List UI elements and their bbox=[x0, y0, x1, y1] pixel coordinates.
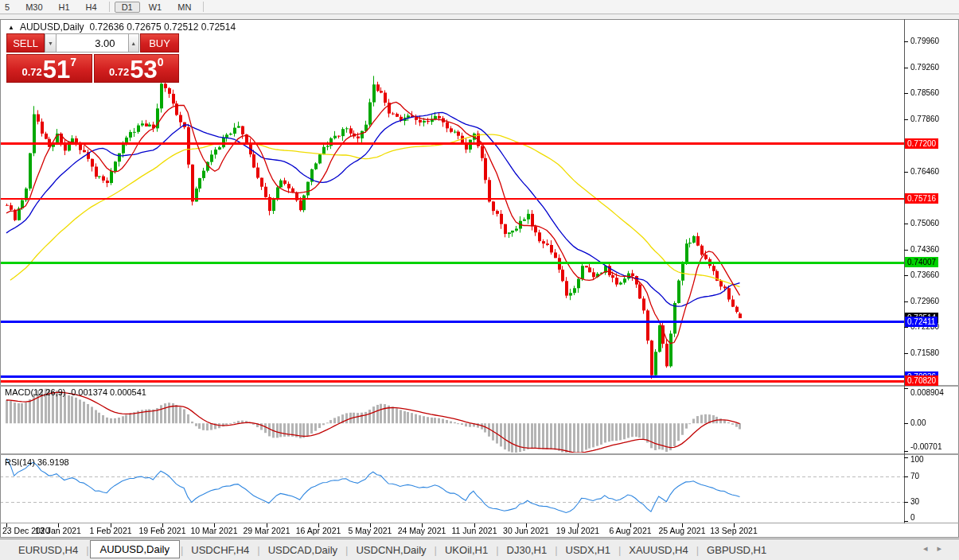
toolbar-period-h4[interactable]: H4 bbox=[79, 2, 104, 13]
toolbar-period-5[interactable]: 5 bbox=[0, 2, 17, 13]
chart-canvas[interactable] bbox=[0, 0, 959, 560]
price-axis-tick: 0.73660 bbox=[910, 270, 939, 279]
date-axis-label: 25 Aug 2021 bbox=[659, 526, 706, 535]
chart-tab-usdx-h1[interactable]: USDX,H1 bbox=[559, 542, 618, 558]
toolbar-period-w1[interactable]: W1 bbox=[142, 2, 170, 13]
buy-button[interactable]: BUY bbox=[140, 33, 179, 52]
buy-price-prefix: 0.72 bbox=[109, 66, 129, 78]
price-axis-tick: 0.74360 bbox=[910, 245, 939, 254]
buy-price-sup: 0 bbox=[158, 56, 164, 68]
sell-button[interactable]: SELL bbox=[6, 33, 45, 52]
chart-tabs-bar: EURUSD,H4|AUDUSD,Daily|USDCHF,H4|USDCAD,… bbox=[0, 539, 959, 560]
price-axis-tick: 0.76460 bbox=[910, 167, 939, 176]
price-axis-tick: 0.72960 bbox=[910, 297, 939, 305]
volume-increase-button[interactable]: ▲ bbox=[128, 33, 139, 52]
rsi-axis-tick: 70 bbox=[910, 472, 919, 480]
level-price-badge: 0.74007 bbox=[905, 257, 938, 267]
level-price-badge: 0.72411 bbox=[905, 317, 938, 327]
tab-separator: | bbox=[86, 544, 88, 556]
date-axis-label: 11 Jun 2021 bbox=[451, 526, 497, 535]
chart-tab-usdchf-h4[interactable]: USDCHF,H4 bbox=[184, 542, 256, 558]
date-axis-label: 29 Mar 2021 bbox=[244, 526, 290, 535]
collapse-icon[interactable]: ▲ bbox=[8, 24, 14, 31]
toolbar-period-h1[interactable]: H1 bbox=[52, 2, 77, 13]
macd-axis-tick: 0.008904 bbox=[910, 388, 944, 397]
chart-tab-xauusd-h4[interactable]: XAUUSD,H4 bbox=[622, 542, 695, 558]
trading-terminal: 5M30H1H4D1W1MN ▲ AUDUSD,Daily 0.72636 0.… bbox=[0, 0, 959, 560]
price-axis-tick: 0.75060 bbox=[910, 219, 939, 228]
chart-tab-gbpusd-h1[interactable]: GBPUSD,H1 bbox=[700, 542, 774, 558]
date-axis-label: 24 May 2021 bbox=[398, 526, 446, 535]
chart-symbol-label: AUDUSD,Daily bbox=[20, 21, 84, 33]
tab-scroll-arrows[interactable]: ◂▸ bbox=[923, 543, 951, 554]
date-axis-label: 19 Jul 2021 bbox=[556, 526, 599, 535]
macd-axis-tick: -0.00701 bbox=[910, 442, 941, 451]
tab-separator: | bbox=[555, 544, 557, 556]
toolbar-period-m30[interactable]: M30 bbox=[18, 2, 49, 13]
date-axis-label: 5 May 2021 bbox=[349, 526, 392, 535]
date-axis-label: 30 Jun 2021 bbox=[503, 526, 549, 535]
date-axis-label: 6 Aug 2021 bbox=[609, 526, 651, 535]
price-axis-tick: 0.79960 bbox=[910, 37, 939, 45]
period-toolbar: 5M30H1H4D1W1MN bbox=[0, 0, 959, 14]
tab-separator: | bbox=[696, 544, 699, 556]
price-axis-tick: 0.77860 bbox=[910, 115, 939, 123]
tab-separator: | bbox=[435, 544, 437, 556]
chart-title: ▲ AUDUSD,Daily 0.72636 0.72675 0.72512 0… bbox=[8, 21, 236, 33]
chart-tab-usdcnh-daily[interactable]: USDCNH,Daily bbox=[349, 542, 433, 558]
toolbar-separator bbox=[203, 2, 204, 12]
one-click-trading-panel: SELL ▼ ▲ BUY 0.72 51 7 0.72 53 0 bbox=[6, 33, 179, 83]
level-price-badge: 0.70820 bbox=[905, 375, 938, 386]
buy-price-box[interactable]: 0.72 53 0 bbox=[94, 54, 180, 83]
rsi-axis-tick: 30 bbox=[910, 497, 919, 506]
price-axis-tick: 0.71580 bbox=[910, 348, 939, 357]
chart-tab-audusd-daily[interactable]: AUDUSD,Daily bbox=[90, 540, 180, 558]
date-axis-label: 13 Jan 2021 bbox=[35, 526, 81, 535]
date-axis-label: 16 Apr 2021 bbox=[296, 526, 341, 535]
toolbar-period-d1[interactable]: D1 bbox=[115, 2, 140, 13]
rsi-indicator-label: RSI(14) 36.9198 bbox=[5, 457, 69, 467]
rsi-axis-tick: 100 bbox=[910, 455, 924, 464]
tab-separator: | bbox=[181, 544, 183, 556]
tab-separator: | bbox=[257, 544, 259, 556]
sell-price-box[interactable]: 0.72 51 7 bbox=[6, 54, 92, 83]
tab-separator: | bbox=[345, 544, 348, 556]
chart-tab-usdcad-daily[interactable]: USDCAD,Daily bbox=[261, 542, 345, 558]
chart-tab-ukoil-h1[interactable]: UKOil,H1 bbox=[438, 542, 495, 558]
date-axis-label: 1 Feb 2021 bbox=[89, 526, 131, 535]
sell-price-big: 51 bbox=[43, 58, 70, 81]
chart-tab-dj30-h1[interactable]: DJ30,H1 bbox=[500, 542, 555, 558]
tab-separator: | bbox=[496, 544, 498, 556]
date-axis-label: 13 Sep 2021 bbox=[710, 526, 758, 535]
toolbar-period-mn[interactable]: MN bbox=[170, 2, 198, 13]
rsi-axis-tick: 0 bbox=[910, 513, 915, 522]
level-price-badge: 0.77200 bbox=[905, 138, 938, 149]
price-axis-tick: 0.78560 bbox=[910, 88, 939, 97]
macd-axis-tick: 0.00 bbox=[910, 418, 926, 427]
volume-decrease-button[interactable]: ▼ bbox=[45, 33, 56, 52]
toolbar-separator bbox=[109, 2, 110, 12]
volume-input[interactable] bbox=[57, 33, 128, 52]
date-axis-label: 10 Mar 2021 bbox=[191, 526, 238, 535]
tab-separator: | bbox=[618, 544, 621, 556]
date-axis-label: 19 Feb 2021 bbox=[139, 526, 186, 535]
level-price-badge: 0.75716 bbox=[905, 193, 938, 204]
sell-price-prefix: 0.72 bbox=[21, 66, 41, 78]
chart-tab-eurusd-h4[interactable]: EURUSD,H4 bbox=[11, 542, 85, 558]
price-axis-tick: 0.79260 bbox=[910, 63, 939, 72]
chart-ohlc-values: 0.72636 0.72675 0.72512 0.72514 bbox=[90, 21, 236, 33]
buy-price-big: 53 bbox=[130, 58, 157, 81]
sell-price-sup: 7 bbox=[70, 56, 76, 68]
macd-indicator-label: MACD(12,26,9) -0.001374 0.000541 bbox=[5, 387, 146, 397]
